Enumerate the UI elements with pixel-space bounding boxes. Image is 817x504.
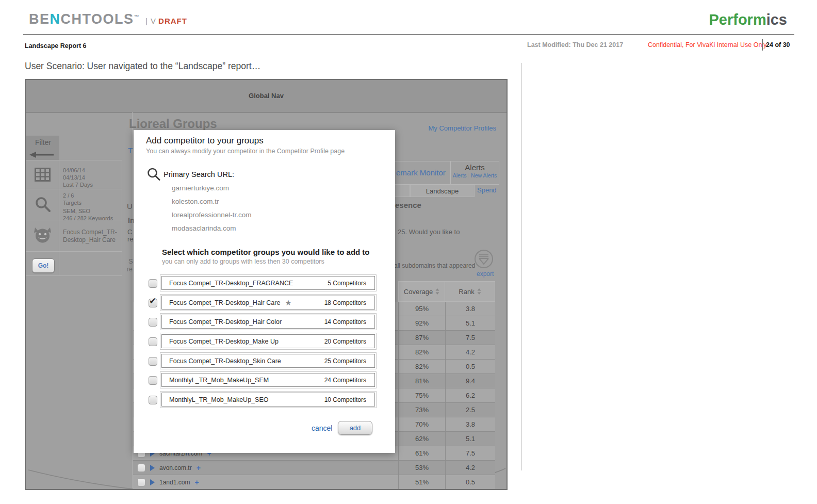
column-header-rank[interactable]: Rank [445, 281, 495, 302]
select-groups-heading: Select which competitor groups you would… [162, 248, 370, 256]
rank-cell: 4.2 [445, 345, 495, 359]
group-option[interactable]: Focus Compet_TR-Desktop_Skin Care 25 Com… [161, 354, 375, 368]
group-option[interactable]: Focus Compet_TR-Desktop_FRAGRANCE 5 Comp… [161, 276, 375, 290]
group-count: 5 Competitors [328, 280, 366, 287]
group-label: Focus Compet_TR-Desktop_Hair Color [169, 318, 324, 326]
group-checkbox[interactable] [149, 376, 157, 385]
bg-fragment-re2: re [127, 266, 133, 273]
select-groups-note: you can only add to groups with less the… [162, 258, 324, 265]
table-row: avon.com.tr+ 53%4.2 [133, 461, 495, 475]
page-indicator: 24 of 30 [766, 41, 790, 48]
group-checkbox[interactable] [149, 357, 157, 366]
rank-cell: 7.5 [445, 331, 495, 345]
rank-cell: 0.5 [445, 360, 495, 373]
add-button[interactable]: add [338, 421, 372, 435]
domain-label: avon.com.tr [159, 464, 192, 472]
rank-cell: 3.8 [445, 302, 495, 316]
go-cell-spacer [59, 252, 122, 276]
coverage-cell: 82% [398, 345, 445, 359]
group-checkbox[interactable] [149, 396, 157, 404]
competitor-group-cell[interactable] [26, 220, 59, 252]
filter-toggle[interactable]: Filter [26, 136, 59, 160]
group-option[interactable]: MonthlyL_TR_Mob_MakeUp_SEM 24 Competitor… [161, 373, 375, 387]
subdomains-fragment: all subdomains that appeared [394, 262, 475, 269]
benchmark-monitor-label: emark Monitor [396, 168, 446, 177]
rank-cell: 9.4 [445, 374, 495, 388]
version-label: | VDRAFT [145, 17, 187, 25]
export-icon[interactable] [474, 249, 494, 269]
cancel-button[interactable]: cancel [312, 424, 332, 432]
last-modified: Last Modified: Thu Dec 21 2017 [527, 41, 623, 48]
alerts-link[interactable]: Alerts [453, 172, 467, 178]
bg-fragment-re1: re [127, 235, 134, 243]
coverage-cell: 61% [398, 446, 445, 460]
rank-cell: 4.2 [445, 461, 495, 475]
background-page-title: Lioreal Groups [129, 117, 217, 131]
rank-cell: 0.5 [445, 475, 495, 489]
date-filter-summary: 04/06/14 - 04/13/14 Last 7 Days [59, 160, 122, 189]
benchtools-logo: BENCHTOOLS™ [29, 11, 139, 27]
scenario-text: User Scenario: User navigated to the “La… [25, 61, 260, 72]
targets-filter-cell[interactable] [26, 189, 59, 220]
group-checkbox[interactable] [149, 318, 157, 327]
search-url: garnierturkiye.com [172, 184, 229, 192]
report-title: Landscape Report 6 [25, 42, 86, 50]
rank-cell: 2.5 [445, 403, 495, 417]
search-icon [147, 168, 160, 181]
coverage-cell: 75% [398, 388, 445, 402]
group-label: MonthlyL_TR_Mob_MakeUp_SEM [169, 377, 324, 384]
group-checkbox[interactable] [149, 279, 157, 288]
modal-subtitle: You can always modify your competitor in… [146, 148, 345, 155]
question-fragment: 25. Would you like to [398, 228, 460, 236]
go-button[interactable]: Go! [32, 258, 55, 273]
tab-spend-link[interactable]: Spend [477, 186, 497, 194]
group-option[interactable]: MonthlyL_TR_Mob_MakeUp_SEO 10 Competitor… [161, 393, 375, 407]
date-filter-cell[interactable] [26, 160, 59, 189]
sidebar-content-divider [132, 112, 133, 489]
group-count: 24 Competitors [324, 377, 366, 384]
add-domain-button[interactable]: + [194, 478, 199, 486]
row-checkbox[interactable] [137, 478, 145, 486]
bg-fragment-s: S [128, 257, 133, 265]
tab-landscape[interactable]: Landscape [410, 185, 475, 197]
group-option[interactable]: Focus Compet_TR-Desktop_Hair Care★ 18 Co… [161, 296, 375, 310]
group-label: Focus Compet_TR-Desktop_Skin Care [169, 357, 324, 365]
search-url: modasaclarinda.com [172, 224, 236, 232]
coverage-cell: 95% [398, 302, 445, 316]
group-option[interactable]: Focus Compet_TR-Desktop_Hair Color 14 Co… [161, 315, 375, 329]
add-domain-button[interactable]: + [197, 464, 201, 472]
group-count: 25 Competitors [324, 357, 366, 365]
performics-logo: Performics [709, 11, 787, 28]
targets-filter-summary: 2 / 6 Targets SEM, SEO 246 / 282 Keyword… [59, 189, 122, 220]
coverage-cell: 53% [398, 461, 445, 475]
global-nav-bar: Global Nav [26, 80, 506, 113]
star-icon: ★ [285, 298, 291, 307]
group-label: MonthlyL_TR_Mob_MakeUp_SEO [169, 396, 324, 403]
group-checkbox-checked[interactable]: ✔ [149, 299, 157, 307]
rank-cell: 5.1 [445, 432, 495, 446]
group-count: 18 Competitors [324, 299, 366, 306]
export-link[interactable]: export [477, 270, 494, 278]
group-checkbox[interactable] [149, 337, 157, 346]
expand-triangle-icon[interactable] [150, 465, 155, 471]
rank-cell: 5.1 [445, 316, 495, 330]
search-url: lorealprofessionnel-tr.com [172, 211, 252, 219]
arrow-left-icon [29, 151, 56, 158]
column-header-coverage[interactable]: Coverage [398, 281, 445, 302]
group-label: Focus Compet_TR-Desktop_Make Up [169, 338, 324, 345]
expand-triangle-icon[interactable] [150, 479, 155, 485]
new-alerts-link[interactable]: New Alerts [471, 172, 497, 178]
bg-fragment-c: C [127, 228, 132, 236]
page-column-divider [521, 63, 521, 470]
group-count: 20 Competitors [324, 338, 366, 345]
calendar-grid-icon [35, 168, 51, 182]
group-option[interactable]: Focus Compet_TR-Desktop_Make Up 20 Compe… [161, 334, 375, 348]
alerts-tab[interactable]: Alerts Alerts | New Alerts [450, 161, 499, 185]
table-row: 1and1.com+ 51%0.5 [133, 475, 495, 489]
coverage-cell: 73% [398, 403, 445, 417]
sort-icon [477, 288, 481, 295]
modal-title: Add competitor to your groups [146, 136, 264, 146]
coverage-cell: 87% [398, 331, 445, 345]
row-checkbox[interactable] [137, 464, 145, 472]
my-competitor-profiles-link[interactable]: My Competitor Profiles [407, 124, 496, 132]
